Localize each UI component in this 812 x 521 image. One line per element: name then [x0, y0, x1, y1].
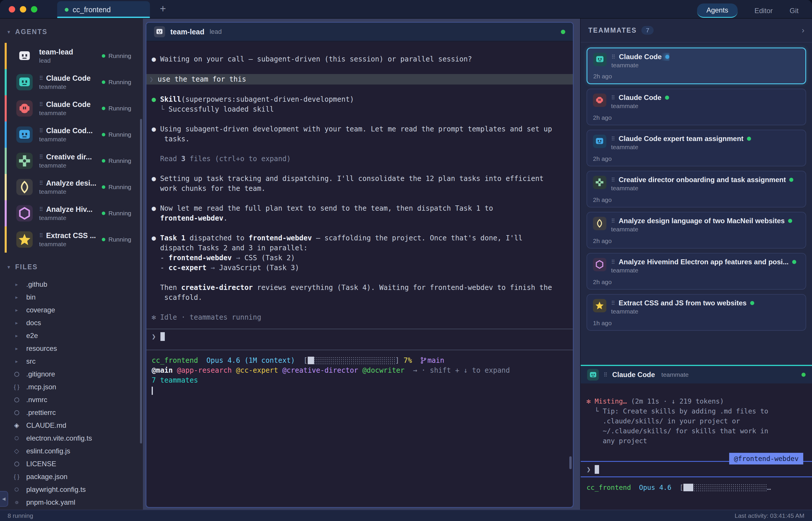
folder-item[interactable]: ▸e2e [0, 329, 143, 342]
running-count: 8 running [7, 512, 33, 519]
folder-item[interactable]: ▸bin [0, 291, 143, 303]
file-item[interactable]: electron.vite.config.ts [0, 432, 143, 445]
teammates-sidebar: TEAMMATES 7 › ⠿Claude Codeteammate2h ago… [580, 19, 812, 509]
file-item[interactable]: ◇eslint.config.js [0, 445, 143, 457]
folder-item[interactable]: ▸src [0, 355, 143, 368]
agent-status: Running [102, 184, 131, 190]
agent-list-item[interactable]: ⠿Claude Cod...teammateRunning [0, 121, 143, 148]
session-panel-header[interactable]: ⠿ Claude Code teammate [581, 366, 812, 383]
card-role: teammate [611, 62, 669, 69]
status-bar: 8 running Last activity: 03:41:45 AM [0, 509, 812, 521]
agent-list-item[interactable]: ⠿Creative dir...teammateRunning [0, 148, 143, 174]
teammate-card[interactable]: ⠿Claude Codeteammate2h ago [586, 89, 806, 125]
session-line: any project [586, 436, 806, 446]
left-sidebar: ▾ AGENTS team-leadleadRunning⠿Claude Cod… [0, 19, 143, 509]
file-name: package.json [26, 473, 67, 481]
teammate-card[interactable]: ⠿Claude Code expert team assignmentteamm… [586, 130, 806, 166]
nav-tab-git[interactable]: Git [790, 4, 798, 18]
blank-line [152, 114, 568, 124]
file-item[interactable]: .gitignore [0, 368, 143, 381]
file-item[interactable]: { }package.json [0, 470, 143, 483]
folder-arrow-icon: ▸ [13, 320, 20, 326]
agent-role: teammate [39, 83, 102, 90]
file-type-icon: ◇ [13, 447, 20, 455]
nav-tab-editor[interactable]: Editor [754, 4, 773, 18]
zoom-button[interactable] [31, 6, 37, 13]
teammate-card[interactable]: ⠿Extract CSS and JS from two websitestea… [586, 294, 806, 331]
terminal-output[interactable]: ● Waiting on your call — subagent-driven… [146, 41, 573, 507]
agent-status: Running [102, 236, 131, 243]
card-role: teammate [611, 267, 796, 274]
folder-item[interactable]: ▸resources [0, 342, 143, 355]
agent-list-item[interactable]: ⠿Extract CSS ...teammateRunning [0, 226, 143, 253]
close-button[interactable] [9, 6, 15, 13]
file-item[interactable]: .prettierrc [0, 406, 143, 419]
robot-avatar-icon [16, 127, 33, 143]
folder-item[interactable]: ▸docs [0, 316, 143, 329]
sidebar-collapse-button[interactable]: ◀ [0, 491, 8, 507]
text-cursor [161, 332, 165, 341]
drag-handle-icon: ⠿ [39, 154, 43, 160]
file-item[interactable]: pnpm-lock.yaml [0, 496, 143, 509]
agent-status: Running [102, 79, 131, 86]
file-type-icon [13, 436, 20, 440]
mention-segments: @main @app-research @cc-expert @creative… [152, 365, 568, 375]
file-item[interactable]: LICENSE [0, 457, 143, 470]
workspace-tab[interactable]: cc_frontend [57, 1, 150, 18]
teammate-card[interactable]: ⠿Analyze Hivemind Electron app features … [586, 253, 806, 290]
chevron-right-icon[interactable]: › [802, 26, 805, 35]
file-item[interactable]: ◈CLAUDE.md [0, 419, 143, 432]
file-type-icon [13, 488, 20, 492]
agent-list-item[interactable]: ⠿Claude CodeteammateRunning [0, 69, 143, 95]
agent-list-item[interactable]: ⠿Analyze Hiv...teammateRunning [0, 200, 143, 226]
agent-role: lead [39, 57, 102, 64]
file-name: src [26, 357, 36, 365]
teammate-card[interactable]: ⠿Creative director onboarding and task a… [586, 171, 806, 207]
agent-name-label: Claude Code [46, 74, 91, 83]
card-role: teammate [611, 226, 792, 233]
agent-color-bar [5, 95, 7, 121]
status-dot-icon [792, 260, 796, 264]
file-item[interactable]: playwright.config.ts [0, 483, 143, 496]
sidebar-scrollbar-thumb[interactable] [140, 119, 142, 444]
card-info: ⠿Extract CSS and JS from two websitestea… [611, 299, 754, 315]
agents-section-header[interactable]: ▾ AGENTS [0, 19, 143, 43]
status-label: Running [108, 105, 131, 112]
files-section-header[interactable]: ▾ FILES [0, 253, 143, 278]
teammate-card[interactable]: ⠿Analyze design language of two MacNeil … [586, 212, 806, 249]
file-item[interactable]: { }.mcp.json [0, 381, 143, 393]
terminal-scrollbar-thumb[interactable] [569, 456, 572, 469]
agent-name-label: Analyze desi... [46, 179, 96, 187]
file-type-icon [13, 372, 20, 377]
collapse-triangle-icon: ▾ [7, 29, 10, 35]
blank-line [152, 64, 568, 74]
folder-arrow-icon: ▸ [13, 345, 20, 352]
file-name: .github [26, 280, 47, 289]
minimize-button[interactable] [20, 6, 26, 13]
blank-line [152, 302, 568, 312]
agent-list-item[interactable]: ⠿Analyze desi...teammateRunning [0, 174, 143, 200]
agent-list-item[interactable]: team-leadleadRunning [0, 43, 143, 69]
card-role: teammate [611, 185, 793, 192]
card-role: teammate [611, 103, 669, 110]
folder-item[interactable]: ▸coverage [0, 303, 143, 316]
prompt-chevron-icon: ❯ [152, 332, 156, 341]
terminal-line: ● Now let me read the full plan text to … [152, 203, 568, 213]
mention-autocomplete-badge[interactable]: @frontend-webdev [729, 453, 803, 465]
file-type-icon [13, 398, 20, 402]
new-tab-button[interactable]: + [160, 3, 166, 14]
terminal-line: ● Setting up task tracking and dispatchi… [152, 174, 568, 184]
file-item[interactable]: .nvmrc [0, 393, 143, 406]
terminal-line: ✻ Idle · teammates running [152, 312, 568, 322]
folder-item[interactable]: ▸.github [0, 278, 143, 291]
agent-color-bar [5, 148, 7, 174]
nav-tab-agents[interactable]: Agents [697, 3, 738, 18]
teammate-card[interactable]: ⠿Claude Codeteammate2h ago [586, 47, 806, 84]
terminal-panel-header[interactable]: team-lead lead [146, 23, 573, 41]
card-name-label: Extract CSS and JS from two websites [619, 299, 747, 307]
card-row: ⠿Claude Codeteammate [593, 93, 800, 110]
session-terminal[interactable]: ✻ Misting… (2m 11s · ↓ 219 tokens) └ Tip… [581, 383, 812, 509]
status-label: Running [108, 131, 131, 138]
agent-list-item[interactable]: ⠿Claude CodeteammateRunning [0, 95, 143, 121]
terminal-prompt[interactable]: ❯ [152, 329, 568, 343]
